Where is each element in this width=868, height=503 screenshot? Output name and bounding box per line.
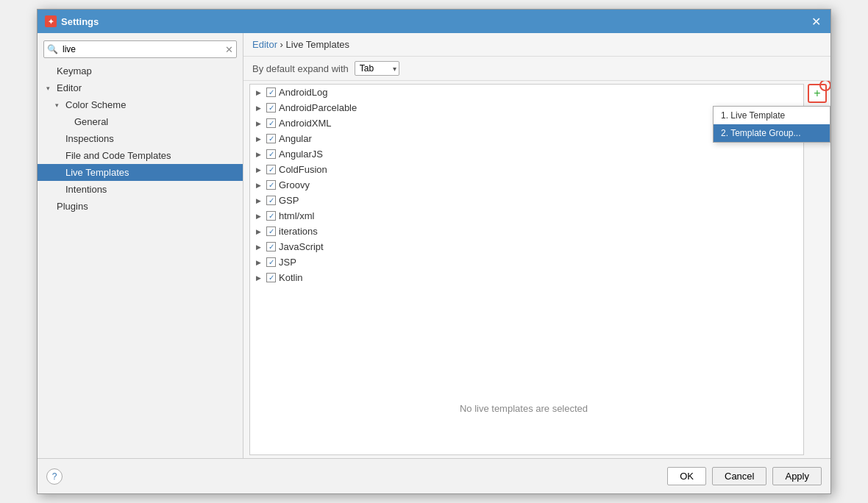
template-checkbox[interactable]: ✓: [266, 196, 276, 205]
template-item[interactable]: ▶ ✓ JavaScript: [250, 239, 803, 254]
template-checkbox[interactable]: ✓: [266, 273, 276, 282]
template-checkbox[interactable]: ✓: [266, 211, 276, 221]
sidebar-item-color-scheme[interactable]: ▾ Color Scheme: [38, 96, 243, 113]
expand-select-wrapper[interactable]: Tab Enter Space: [355, 61, 399, 76]
template-checkbox[interactable]: ✓: [266, 165, 276, 174]
sidebar-item-general[interactable]: General: [38, 113, 243, 130]
no-selection-message: No live templates are selected: [243, 403, 804, 414]
sidebar-item-plugins[interactable]: Plugins: [38, 198, 243, 215]
template-name: JavaScript: [279, 241, 324, 252]
breadcrumb: Editor › Live Templates: [252, 39, 349, 50]
template-checkbox[interactable]: ✓: [266, 257, 276, 267]
sidebar-item-label: Live Templates: [65, 167, 129, 178]
right-toolbar: + 1. Live Template 2. Template Group...: [804, 81, 830, 458]
footer-left: ?: [46, 468, 63, 485]
template-item[interactable]: ▶ ✓ Groovy: [250, 177, 803, 193]
template-name: Angular: [279, 133, 312, 144]
template-name: JSP: [279, 257, 296, 268]
expand-arrow-icon: ▶: [256, 243, 263, 251]
template-name: Groovy: [279, 179, 310, 190]
sidebar-item-intentions[interactable]: Intentions: [38, 181, 243, 198]
template-name: GSP: [279, 195, 299, 206]
expand-arrow-icon: ▶: [256, 213, 263, 220]
expand-select[interactable]: Tab Enter Space: [355, 61, 399, 76]
search-icon: 🔍: [47, 44, 58, 54]
sidebar-arrow: ▾: [46, 85, 54, 92]
expand-arrow-icon: ▶: [256, 151, 263, 158]
breadcrumb-separator: ›: [280, 39, 286, 50]
template-name: html/xml: [279, 210, 314, 221]
sidebar-item-label: Plugins: [57, 201, 88, 212]
dropdown-template-group[interactable]: 2. Template Group...: [714, 124, 830, 142]
sidebar-items: Keymap ▾ Editor ▾ Color Scheme General I…: [38, 63, 243, 215]
template-item[interactable]: ▶ ✓ ColdFusion: [250, 162, 803, 177]
expand-arrow-icon: ▶: [256, 197, 263, 204]
template-checkbox[interactable]: ✓: [266, 118, 276, 128]
ok-button[interactable]: OK: [667, 467, 706, 485]
breadcrumb-live-templates: Live Templates: [286, 39, 349, 50]
app-icon: ✦: [45, 15, 57, 27]
template-name: AndroidLog: [279, 87, 328, 98]
title-bar-left: ✦ Settings: [45, 15, 99, 27]
sidebar-item-label: Keymap: [57, 65, 92, 76]
template-name: AndroidParcelable: [279, 102, 357, 113]
sidebar-item-label: Intentions: [65, 184, 107, 195]
sidebar-item-live-templates[interactable]: Live Templates: [38, 164, 243, 181]
settings-dialog: ✦ Settings ✕ 🔍 ✕ Keymap ▾ Editor ▾ Color…: [37, 9, 831, 494]
expand-arrow-icon: ▶: [256, 274, 263, 282]
dropdown-live-template[interactable]: 1. Live Template: [714, 107, 830, 124]
expand-arrow-icon: ▶: [256, 135, 263, 143]
close-button[interactable]: ✕: [808, 14, 823, 29]
template-item[interactable]: ▶ ✓ AngularJS: [250, 146, 803, 162]
template-item[interactable]: ▶ ✓ iterations: [250, 224, 803, 239]
expand-arrow-icon: ▶: [256, 104, 263, 112]
expand-arrow-icon: ▶: [256, 182, 263, 189]
dropdown-menu: 1. Live Template 2. Template Group...: [713, 106, 830, 143]
search-box[interactable]: 🔍 ✕: [43, 40, 237, 58]
template-checkbox[interactable]: ✓: [266, 134, 276, 143]
expand-arrow-icon: ▶: [256, 259, 263, 266]
sidebar-item-label: Color Scheme: [65, 99, 126, 110]
apply-button[interactable]: Apply: [772, 467, 822, 485]
breadcrumb-editor[interactable]: Editor: [252, 39, 277, 50]
content-header: Editor › Live Templates: [243, 33, 830, 57]
search-clear-icon[interactable]: ✕: [225, 45, 233, 54]
toolbar: By default expand with Tab Enter Space: [243, 57, 830, 81]
template-name: ColdFusion: [279, 164, 327, 175]
sidebar-item-label: File and Code Templates: [65, 150, 171, 161]
sidebar-item-editor[interactable]: ▾ Editor: [38, 79, 243, 96]
add-button[interactable]: +: [808, 84, 827, 103]
template-name: AngularJS: [279, 149, 323, 160]
template-item[interactable]: ▶ ✓ AndroidLog: [250, 85, 803, 100]
dialog-footer: ? OK Cancel Apply: [38, 458, 830, 493]
expand-arrow-icon: ▶: [256, 166, 263, 174]
template-item[interactable]: ▶ ✓ JSP: [250, 254, 803, 270]
template-item[interactable]: ▶ ✓ Kotlin: [250, 270, 803, 285]
template-checkbox[interactable]: ✓: [266, 242, 276, 252]
expand-arrow-icon: ▶: [256, 228, 263, 235]
sidebar-arrow: ▾: [55, 101, 63, 109]
expand-label: By default expand with: [252, 63, 349, 74]
sidebar-item-label: Editor: [57, 82, 82, 93]
template-item[interactable]: ▶ ✓ GSP: [250, 193, 803, 208]
template-name: AndroidXML: [279, 118, 332, 129]
template-checkbox[interactable]: ✓: [266, 149, 276, 159]
template-item[interactable]: ▶ ✓ html/xml: [250, 208, 803, 224]
search-input[interactable]: [61, 43, 222, 56]
dialog-body: 🔍 ✕ Keymap ▾ Editor ▾ Color Scheme Gener…: [38, 33, 830, 458]
content-area: ▶ ✓ AndroidLog ▶ ✓ AndroidParcelable ▶ ✓…: [243, 81, 830, 458]
template-checkbox[interactable]: ✓: [266, 88, 276, 97]
template-checkbox[interactable]: ✓: [266, 103, 276, 113]
cancel-button[interactable]: Cancel: [712, 467, 766, 485]
main-content: Editor › Live Templates By default expan…: [243, 33, 830, 458]
template-checkbox[interactable]: ✓: [266, 226, 276, 236]
sidebar-item-file-code-templates[interactable]: File and Code Templates: [38, 147, 243, 164]
sidebar-item-keymap[interactable]: Keymap: [38, 63, 243, 79]
sidebar-item-inspections[interactable]: Inspections: [38, 130, 243, 147]
expand-arrow-icon: ▶: [256, 120, 263, 127]
title-bar: ✦ Settings ✕: [38, 10, 830, 33]
dialog-title: Settings: [61, 16, 99, 27]
help-button[interactable]: ?: [46, 468, 63, 485]
footer-right: OK Cancel Apply: [667, 467, 822, 485]
template-checkbox[interactable]: ✓: [266, 180, 276, 190]
